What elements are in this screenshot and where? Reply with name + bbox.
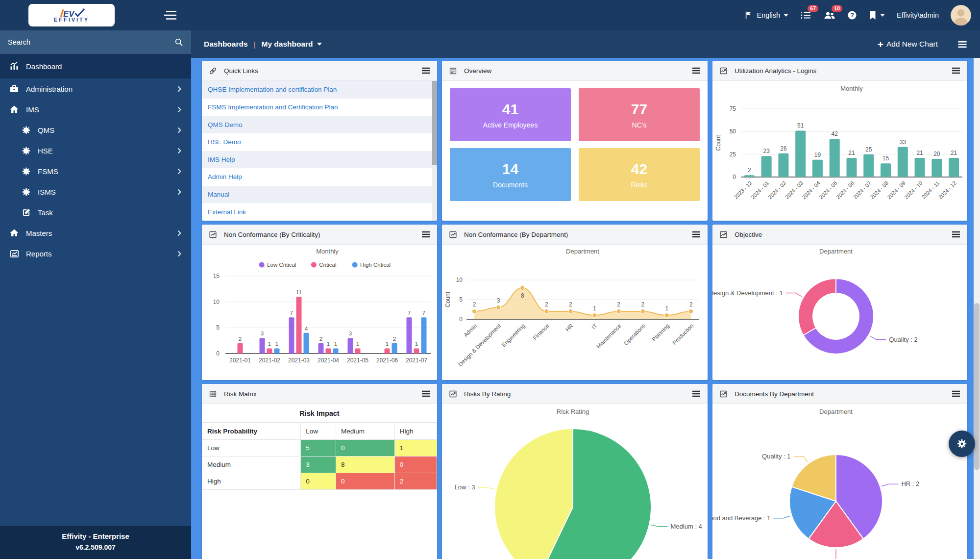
- card-menu-button[interactable]: [952, 390, 960, 397]
- sidebar-item-hse[interactable]: HSE: [0, 140, 191, 161]
- quick-link[interactable]: IMS Help: [202, 151, 432, 169]
- sidebar-item-ims[interactable]: IMS: [0, 99, 191, 120]
- svg-text:25: 25: [865, 146, 872, 153]
- page-scrollbar[interactable]: [974, 58, 980, 559]
- svg-text:0: 0: [216, 350, 220, 357]
- sidebar-item-administration[interactable]: Administration: [0, 78, 191, 99]
- overview-tile-documents[interactable]: 14Documents: [450, 148, 571, 201]
- add-new-chart-button[interactable]: + Add New Chart: [878, 39, 938, 50]
- quick-link[interactable]: External Link: [202, 203, 432, 221]
- brand-logo[interactable]: EV EFFIVITY: [28, 4, 115, 26]
- overview-tile-active-employees[interactable]: 41Active Employees: [450, 88, 571, 141]
- language-selector[interactable]: English: [744, 11, 788, 20]
- quick-link[interactable]: QHSE Implementation and certification Pl…: [202, 81, 432, 99]
- chevron-down-icon: [880, 14, 885, 17]
- overview-tiles: 41Active Employees77NC's14Documents42Ris…: [442, 81, 708, 221]
- dashboard-selector[interactable]: My dashboard: [262, 40, 322, 49]
- avatar[interactable]: [951, 5, 971, 25]
- card-header: Risk Matrix: [202, 384, 437, 404]
- risk-probability-header: Risk Probability: [202, 423, 301, 440]
- risk-matrix-row: High002: [202, 473, 437, 490]
- task-list-button[interactable]: 67: [800, 10, 811, 20]
- card-menu-button[interactable]: [692, 390, 701, 397]
- svg-text:2: 2: [393, 336, 396, 342]
- risk-cell: 1: [394, 440, 437, 457]
- card-scrollbar[interactable]: [432, 81, 437, 221]
- svg-text:2024 - 06: 2024 - 06: [835, 180, 855, 200]
- risk-cell: 0: [301, 473, 336, 490]
- sidebar-item-fsms[interactable]: FSMS: [0, 161, 191, 181]
- quick-link[interactable]: FSMS Implementation and Certification Pl…: [202, 99, 432, 116]
- svg-text:High Critical: High Critical: [360, 262, 391, 268]
- svg-text:?: ?: [850, 12, 854, 19]
- tile-value: 42: [631, 161, 647, 178]
- plus-icon: +: [878, 39, 883, 50]
- help-button[interactable]: ?: [847, 10, 857, 20]
- card-header: Non Conformance (By Department): [442, 225, 708, 245]
- card-menu-button[interactable]: [692, 231, 701, 238]
- scrollbar-thumb[interactable]: [432, 81, 437, 165]
- svg-text:2: 2: [641, 301, 644, 308]
- svg-text:33: 33: [900, 139, 906, 146]
- svg-text:1: 1: [327, 341, 330, 347]
- svg-text:4: 4: [305, 326, 308, 331]
- sidebar-toggle-button[interactable]: [164, 10, 178, 21]
- sidebar-item-task[interactable]: Task: [0, 202, 191, 223]
- svg-text:Monthly: Monthly: [840, 85, 863, 92]
- chevron-right-icon: [177, 127, 181, 133]
- sidebar-item-dashboard[interactable]: Dashboard: [0, 54, 191, 78]
- bookmarks-menu[interactable]: [869, 11, 885, 20]
- overview-tile-nc-s[interactable]: 77NC's: [579, 88, 700, 141]
- quick-link[interactable]: Admin Help: [202, 168, 432, 186]
- sidebar-item-label: IMS: [26, 105, 39, 114]
- risk-impact-header: Risk Impact: [202, 404, 437, 423]
- svg-text:2021-02: 2021-02: [259, 357, 280, 364]
- card-menu-button[interactable]: [692, 67, 701, 74]
- card-menu-button[interactable]: [421, 390, 430, 397]
- edit-icon: [21, 208, 31, 217]
- quick-link[interactable]: QMS Demo: [202, 116, 432, 133]
- settings-fab-button[interactable]: [949, 431, 975, 457]
- svg-text:2024 - 12: 2024 - 12: [937, 180, 957, 200]
- risk-probability-label: Medium: [202, 457, 301, 473]
- sidebar-item-label: Dashboard: [26, 62, 62, 71]
- dashboard-icon: [9, 61, 20, 71]
- dashboard-menu-button[interactable]: [957, 41, 967, 48]
- svg-text:1: 1: [268, 341, 271, 347]
- sidebar-item-reports[interactable]: Reports: [0, 243, 191, 264]
- link-icon: [209, 67, 217, 75]
- sidebar-item-isms[interactable]: ISMS: [0, 181, 191, 202]
- svg-text:Food and Beverage : 1: Food and Beverage : 1: [712, 514, 771, 522]
- department-area-chart: DepartmentCount05102Admin3Design & Devel…: [442, 245, 708, 380]
- svg-text:2024 - 09: 2024 - 09: [886, 180, 906, 200]
- svg-text:HR : 2: HR : 2: [901, 480, 919, 487]
- overview-tile-risks[interactable]: 42Risks: [579, 148, 700, 201]
- risk-impact-column: Medium: [336, 423, 395, 440]
- card-title: Objective: [735, 231, 762, 238]
- line-chart-icon: [719, 230, 728, 239]
- svg-text:Risk Rating: Risk Rating: [557, 408, 589, 415]
- quick-link[interactable]: Manual: [202, 186, 432, 203]
- search-input[interactable]: Search: [0, 30, 191, 54]
- svg-text:2024 - 03: 2024 - 03: [784, 180, 804, 200]
- sidebar-item-label: Masters: [26, 229, 52, 237]
- users-button[interactable]: 10: [823, 10, 835, 20]
- chevron-right-icon: [177, 106, 181, 113]
- quick-link[interactable]: HSE Demo: [202, 133, 432, 151]
- svg-text:3: 3: [349, 330, 352, 336]
- card-menu-button[interactable]: [421, 67, 430, 74]
- svg-text:Planning: Planning: [651, 323, 670, 342]
- card-header: Utilization Analytics - Logins: [712, 61, 967, 81]
- card-menu-button[interactable]: [952, 231, 960, 238]
- svg-text:0: 0: [459, 316, 463, 323]
- svg-text:21: 21: [848, 150, 855, 156]
- risk-matrix-row: Medium380: [202, 457, 437, 473]
- gear-icon: [21, 187, 31, 197]
- card-utilization-analytics: Utilization Analytics - Logins MonthlyCo…: [712, 61, 967, 221]
- card-menu-button[interactable]: [952, 67, 960, 74]
- sidebar-item-masters[interactable]: Masters: [0, 223, 191, 243]
- card-menu-button[interactable]: [421, 231, 430, 238]
- svg-text:2: 2: [569, 301, 572, 308]
- sidebar-item-qms[interactable]: QMS: [0, 120, 191, 140]
- breadcrumb-dashboards[interactable]: Dashboards: [204, 40, 248, 49]
